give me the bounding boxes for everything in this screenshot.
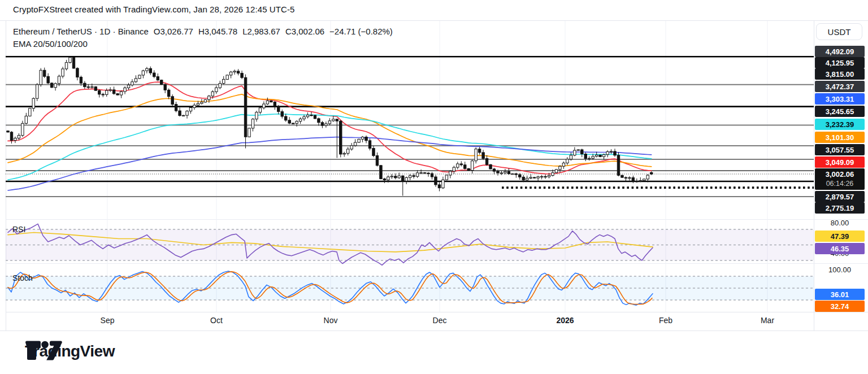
ohlc-open: O3,026.77 <box>154 27 193 36</box>
ohlc-low: L2,983.67 <box>242 27 280 36</box>
bar-countdown-timer: 06:14:26 <box>826 179 854 189</box>
time-axis-label-Sep: Sep <box>101 316 115 325</box>
chart-plot-svg <box>6 20 814 330</box>
attribution-header: CryptoFXStreet created with TradingView.… <box>13 5 295 14</box>
rsi-pane-title[interactable]: RSI <box>12 225 25 234</box>
price-axis-separator <box>814 20 814 330</box>
price-level-label: 3,815.00 <box>815 68 865 80</box>
indicator-value-label: 47.39 <box>815 231 865 242</box>
ohlc-high: H3,045.78 <box>198 27 237 36</box>
axis-tick-label: 100.00 <box>815 266 865 274</box>
time-axis-label-Oct: Oct <box>210 316 223 325</box>
current-price-value: 3,002.06 <box>826 169 854 179</box>
ohlc-close: C3,002.06 <box>285 27 324 36</box>
time-axis-label-Feb: Feb <box>659 316 672 325</box>
price-level-label: 3,049.09 <box>815 156 865 168</box>
symbol-legend: Ethereum / TetherUS · 1D · BinanceO3,026… <box>13 27 393 36</box>
price-level-label: 4,125.95 <box>815 57 865 68</box>
price-level-label: 3,303.31 <box>815 93 865 105</box>
time-axis-label-2026: 2026 <box>556 316 574 325</box>
current-price-label: 3,002.0606:14:26 <box>815 168 865 190</box>
tradingview-logo-icon <box>25 341 62 362</box>
tradingview-logo[interactable]: TradingView <box>25 342 115 360</box>
currency-toggle-button[interactable]: USDT <box>816 23 862 40</box>
tradingview-chart-export: CryptoFXStreet created with TradingView.… <box>0 0 868 374</box>
candlestick-series <box>7 56 653 195</box>
price-level-label: 2,775.19 <box>815 202 865 214</box>
ohlc-change: −24.71 (−0.82%) <box>329 27 393 36</box>
chart-frame-bottom <box>0 330 868 331</box>
price-level-label: 3,245.65 <box>815 106 865 117</box>
stoch-pane-title[interactable]: Stoch <box>12 273 33 282</box>
price-level-label: 3,057.55 <box>815 144 865 155</box>
axis-tick-label: 80.00 <box>815 219 865 227</box>
price-level-label: 3,232.39 <box>815 119 865 130</box>
price-level-label: 4,492.09 <box>815 46 865 57</box>
ema-indicator-legend[interactable]: EMA 20/50/100/200 <box>13 39 88 49</box>
indicator-value-label: 32.74 <box>815 301 865 312</box>
price-level-label: 3,472.37 <box>815 81 865 92</box>
indicator-value-label: 46.35 <box>815 243 865 254</box>
time-axis-label-Nov: Nov <box>324 316 338 325</box>
time-axis-label-Mar: Mar <box>761 316 774 325</box>
time-axis-label-Dec: Dec <box>433 316 447 325</box>
symbol-title[interactable]: Ethereum / TetherUS · 1D · Binance <box>13 27 149 36</box>
price-level-label: 2,879.57 <box>815 191 865 202</box>
indicator-value-label: 36.01 <box>815 289 865 300</box>
price-level-label: 3,101.30 <box>815 132 865 143</box>
